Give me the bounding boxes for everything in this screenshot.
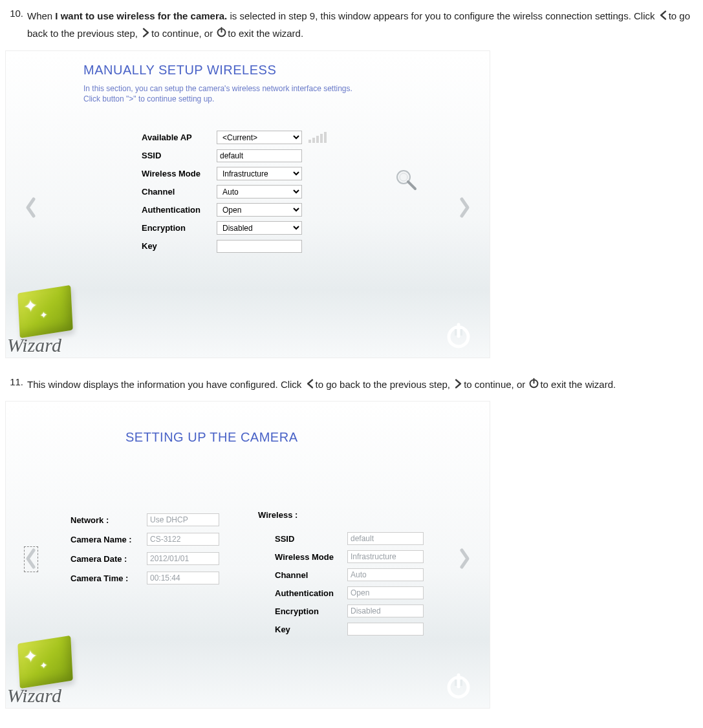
logo-box-icon: ✦ ✦ <box>17 284 73 337</box>
ssid-input[interactable] <box>217 149 302 162</box>
camera-time-label: Camera Time : <box>70 573 147 583</box>
next-button[interactable] <box>455 544 474 575</box>
star-icon: ✦ <box>23 295 39 317</box>
text: to exit the wizard. <box>228 28 303 39</box>
wizard-window-wireless: MANUALLY SETUP WIRELESS In this section,… <box>5 50 490 358</box>
step-number: 11. <box>5 376 27 387</box>
logo-text: Wizard <box>7 685 61 707</box>
text: to continue, or <box>464 379 528 390</box>
camera-name-label: Camera Name : <box>70 535 147 544</box>
chevron-right-icon <box>141 26 151 43</box>
chevron-left-icon <box>658 8 668 25</box>
text: to continue, or <box>151 28 215 39</box>
text: When <box>27 10 55 21</box>
available-ap-select[interactable]: <Current> <box>217 131 302 144</box>
power-icon <box>216 26 227 43</box>
wireless-mode-select[interactable]: Infrastructure <box>217 167 302 180</box>
text: to go back to the previous step, <box>316 379 453 390</box>
exit-button[interactable] <box>443 669 474 700</box>
network-value <box>147 513 219 526</box>
magnifier-icon <box>394 184 420 195</box>
wizard-window-summary: SETTING UP THE CAMERA Network : Camera N… <box>5 401 490 709</box>
chevron-right-icon <box>453 377 463 394</box>
encryption-select[interactable]: Disabled <box>217 221 302 235</box>
search-button[interactable] <box>394 167 420 193</box>
star-icon: ✦ <box>23 646 39 668</box>
camera-time-value <box>147 572 219 584</box>
bold-option: I want to use wireless for the camera. <box>55 10 227 21</box>
step-10-text: When I want to use wireless for the came… <box>27 8 698 43</box>
authentication-label: Authentication <box>275 588 347 598</box>
camera-name-value <box>147 533 219 546</box>
key-input[interactable] <box>217 240 302 253</box>
previous-button[interactable] <box>21 544 41 575</box>
step-11-text: This window displays the information you… <box>27 376 698 394</box>
wizard-description: In this section, you can setup the camer… <box>83 83 355 104</box>
power-icon <box>443 691 474 702</box>
channel-value <box>347 568 424 581</box>
ssid-value <box>347 532 424 545</box>
exit-button[interactable] <box>443 319 474 350</box>
ssid-label: SSID <box>142 151 217 160</box>
wizard-title: SETTING UP THE CAMERA <box>125 430 297 445</box>
summary-right-column: Wireless : SSID Wireless Mode Channel Au… <box>258 510 424 638</box>
chevron-left-icon <box>25 197 38 220</box>
chevron-right-icon <box>458 197 471 220</box>
text: to exit the wizard. <box>540 379 616 390</box>
ssid-label: SSID <box>275 534 347 544</box>
wireless-mode-value <box>347 550 424 563</box>
wizard-logo: ✦ ✦ Wizard <box>7 286 90 358</box>
encryption-value <box>347 605 424 617</box>
summary-left-column: Network : Camera Name : Camera Date : Ca… <box>70 510 219 588</box>
key-value <box>347 623 424 636</box>
wireless-header: Wireless : <box>258 510 424 530</box>
channel-label: Channel <box>275 570 347 580</box>
key-label: Key <box>142 241 217 251</box>
step-number: 10. <box>5 8 27 19</box>
signal-strength-icon <box>308 133 327 143</box>
channel-label: Channel <box>142 187 217 197</box>
next-button[interactable] <box>455 193 474 224</box>
key-label: Key <box>275 625 347 634</box>
channel-select[interactable]: Auto <box>217 185 302 198</box>
star-icon: ✦ <box>39 309 48 321</box>
encryption-label: Encryption <box>275 606 347 616</box>
chevron-left-icon <box>25 548 38 572</box>
available-ap-label: Available AP <box>142 133 217 142</box>
wireless-form: Available AP <Current> SSID Wireless Mod… <box>142 129 327 255</box>
camera-date-value <box>147 552 219 565</box>
power-icon <box>528 377 539 394</box>
authentication-select[interactable]: Open <box>217 203 302 217</box>
previous-button[interactable] <box>21 193 41 224</box>
power-icon <box>443 341 474 352</box>
wizard-logo: ✦ ✦ Wizard <box>7 637 90 708</box>
logo-text: Wizard <box>7 334 61 356</box>
chevron-right-icon <box>458 548 471 572</box>
text: is selected in step 9, this window appea… <box>227 10 657 21</box>
camera-date-label: Camera Date : <box>70 554 147 564</box>
text: This window displays the information you… <box>27 379 305 390</box>
wizard-title: MANUALLY SETUP WIRELESS <box>83 63 276 78</box>
star-icon: ✦ <box>39 660 48 672</box>
wireless-mode-label: Wireless Mode <box>142 169 217 178</box>
authentication-value <box>347 586 424 599</box>
chevron-left-icon <box>305 377 315 394</box>
logo-box-icon: ✦ ✦ <box>17 636 73 689</box>
wireless-mode-label: Wireless Mode <box>275 552 347 562</box>
network-label: Network : <box>70 515 147 525</box>
authentication-label: Authentication <box>142 205 217 215</box>
encryption-label: Encryption <box>142 223 217 233</box>
